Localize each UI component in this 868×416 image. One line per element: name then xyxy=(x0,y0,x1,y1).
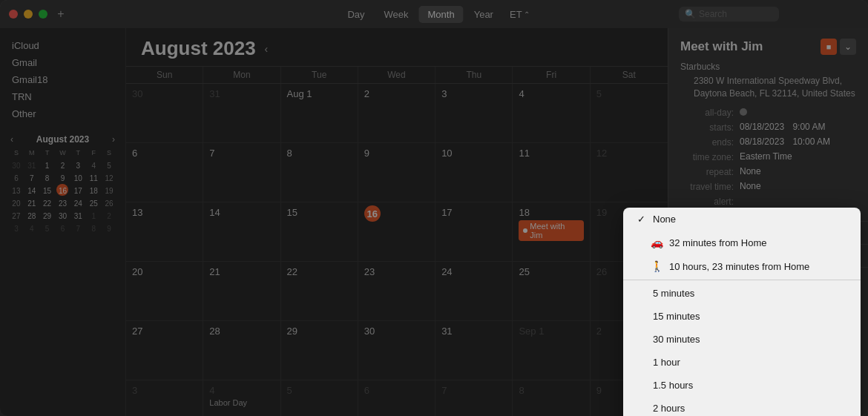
dropdown-item-label: None xyxy=(653,214,676,225)
dropdown-item-label: 1 hour xyxy=(653,357,680,368)
dropdown-item-driving[interactable]: 🚗 32 minutes from Home xyxy=(623,231,861,254)
dropdown-item-label: 15 minutes xyxy=(653,311,700,322)
dropdown-item-label: 32 minutes from Home xyxy=(669,237,767,248)
main-window: + Day Week Month Year ET ⌃ 🔍 iCloud Gmai… xyxy=(0,0,868,416)
walk-icon: 🚶 xyxy=(650,260,663,272)
dropdown-item-label: 1.5 hours xyxy=(653,380,693,391)
travel-time-dropdown: ✓ None 🚗 32 minutes from Home 🚶 10 hours… xyxy=(623,208,861,416)
car-icon: 🚗 xyxy=(650,237,663,248)
dropdown-item-none[interactable]: ✓ None xyxy=(623,208,861,231)
dropdown-item-label: 5 minutes xyxy=(653,288,694,299)
dropdown-item-label: 2 hours xyxy=(653,403,685,414)
dropdown-item-2hr[interactable]: 2 hours xyxy=(623,397,861,416)
dropdown-item-15min[interactable]: 15 minutes xyxy=(623,305,861,328)
dropdown-item-1-5hr[interactable]: 1.5 hours xyxy=(623,374,861,397)
dropdown-item-5min[interactable]: 5 minutes xyxy=(623,282,861,305)
dropdown-item-1hr[interactable]: 1 hour xyxy=(623,351,861,374)
dropdown-divider xyxy=(623,280,861,280)
dropdown-item-walking[interactable]: 🚶 10 hours, 23 minutes from Home xyxy=(623,254,861,278)
dropdown-item-label: 10 hours, 23 minutes from Home xyxy=(669,261,809,272)
dropdown-item-label: 30 minutes xyxy=(653,334,700,345)
dropdown-item-30min[interactable]: 30 minutes xyxy=(623,328,861,351)
checkmark-icon: ✓ xyxy=(635,214,647,225)
